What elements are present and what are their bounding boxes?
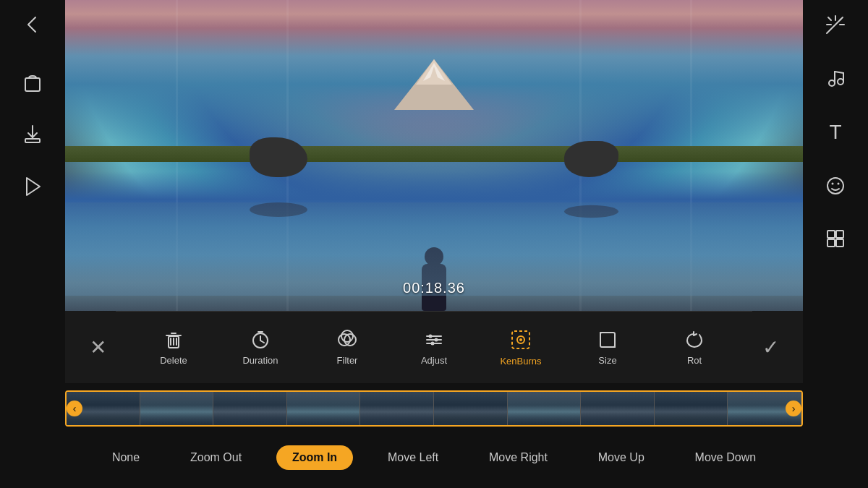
template-button[interactable] [825,228,846,249]
magic-wand-button[interactable] [825,14,846,35]
tool-rot-label: Rot [687,355,702,366]
tool-adjust[interactable]: Adjust [409,329,459,366]
back-button[interactable] [22,14,43,35]
timeline-arrow-left[interactable]: ‹ [67,401,82,416]
tool-filter[interactable]: Filter [322,329,373,366]
effect-none[interactable]: None [96,445,156,470]
tool-delete[interactable]: Delete [148,329,199,366]
effect-move-left[interactable]: Move Left [372,445,454,470]
main-content: 00:18.36 ✕ ✓ Delete [65,0,803,488]
effect-options: None Zoom Out Zoom In Move Left Move Rig… [65,434,803,481]
tool-filter-label: Filter [337,355,358,366]
timeline-strip: ‹ › [65,387,803,430]
svg-rect-52 [836,239,843,247]
svg-rect-0 [25,78,40,91]
effect-move-right[interactable]: Move Right [473,445,563,470]
download-button[interactable] [22,123,43,146]
svg-point-48 [838,183,840,185]
toolbar: Delete Duration Filter [116,311,752,383]
tool-size-label: Size [598,355,616,366]
svg-rect-1 [25,139,40,142]
effect-move-down[interactable]: Move Down [679,445,772,470]
timeline-arrow-right[interactable]: › [786,401,801,416]
video-background: 00:18.36 [65,0,803,311]
svg-text:T: T [829,121,841,143]
tool-size[interactable]: Size [582,329,633,366]
svg-rect-49 [827,231,835,238]
svg-point-41 [838,79,843,85]
rock-left [250,137,307,177]
svg-marker-2 [27,178,40,195]
tool-adjust-label: Adjust [421,355,447,366]
timeline-inner[interactable] [65,390,803,427]
tool-rot[interactable]: Rot [669,329,720,366]
tool-kenburns-label: KenBurns [500,356,541,367]
tool-delete-label: Delete [160,355,187,366]
confirm-button[interactable]: ✓ [738,311,803,383]
tool-duration-label: Duration [242,355,278,366]
close-button[interactable]: ✕ [65,311,130,383]
effect-zoom-in[interactable]: Zoom In [276,445,353,470]
svg-line-39 [827,30,830,33]
timeline-area: ‹ › [65,383,803,434]
effect-zoom-out[interactable]: Zoom Out [174,445,258,470]
video-area: 00:18.36 [65,0,803,311]
video-timestamp: 00:18.36 [403,280,465,296]
svg-point-46 [827,178,843,194]
svg-point-22 [429,335,433,338]
svg-line-44 [835,72,843,73]
left-sidebar [0,0,65,488]
music-button[interactable] [825,67,846,87]
shop-button[interactable] [22,71,43,94]
tool-kenburns[interactable]: KenBurns [495,328,546,367]
svg-point-40 [829,80,835,86]
toolbar-wrapper: ✕ ✓ Delete [65,311,803,383]
emoji-button[interactable] [825,176,846,196]
svg-rect-28 [600,333,615,347]
svg-rect-50 [836,231,843,238]
svg-point-27 [519,338,522,341]
right-sidebar: T [803,0,868,488]
text-button[interactable]: T [825,120,846,143]
svg-rect-51 [827,239,835,247]
svg-point-23 [435,338,438,342]
effect-move-up[interactable]: Move Up [582,445,660,470]
play-button[interactable] [22,175,43,198]
svg-line-14 [260,341,264,343]
svg-line-36 [828,17,831,20]
tool-duration[interactable]: Duration [235,329,286,366]
svg-point-24 [431,342,435,346]
svg-point-47 [832,183,834,185]
svg-point-18 [341,330,353,342]
